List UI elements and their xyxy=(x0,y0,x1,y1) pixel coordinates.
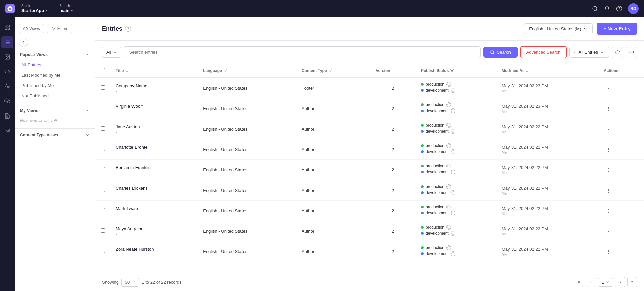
language-filter-icon[interactable] xyxy=(223,69,227,73)
development-info-icon[interactable]: ⓘ xyxy=(451,149,455,154)
row-language-cell: English - United States xyxy=(198,78,296,98)
settings-column-button[interactable] xyxy=(626,47,637,58)
entry-title[interactable]: Zora Neale Hurston xyxy=(116,247,192,252)
sidebar-item-published-by-me[interactable]: Published by Me xyxy=(16,80,94,91)
logo[interactable] xyxy=(5,4,15,13)
row-actions-button[interactable]: ⋮ xyxy=(604,206,613,215)
nav-upload-icon[interactable] xyxy=(1,95,13,107)
nav-publish-icon[interactable] xyxy=(1,80,13,92)
help-circle-icon[interactable]: ? xyxy=(125,26,131,32)
nav-entries-icon[interactable] xyxy=(1,36,13,48)
row-actions-button[interactable]: ⋮ xyxy=(604,145,613,154)
nav-settings-icon[interactable] xyxy=(1,125,13,137)
row-publish-status-cell: production ⓘ development ⓘ xyxy=(416,78,496,98)
entry-title[interactable]: Virginia Woolf xyxy=(116,104,192,109)
development-info-icon[interactable]: ⓘ xyxy=(451,211,455,215)
entry-title[interactable]: Jane Austen xyxy=(116,124,192,129)
row-checkbox[interactable] xyxy=(101,147,105,151)
current-page-select[interactable]: 1 xyxy=(598,278,613,287)
last-page-button[interactable]: » xyxy=(627,277,637,287)
row-actions-button[interactable]: ⋮ xyxy=(604,165,613,174)
entry-title[interactable]: Company Name xyxy=(116,83,192,88)
search-type-select[interactable]: All xyxy=(102,47,121,58)
row-checkbox[interactable] xyxy=(101,167,105,171)
modified-by: Me xyxy=(502,171,593,175)
development-info-icon[interactable]: ⓘ xyxy=(451,170,455,174)
entry-title[interactable]: Maya Angelou xyxy=(116,226,192,231)
user-avatar[interactable]: RD xyxy=(628,3,639,14)
title-sort-icon[interactable] xyxy=(125,69,129,73)
content-type-views-header[interactable]: Content Type Views xyxy=(15,130,95,140)
nav-content-types-icon[interactable] xyxy=(1,66,13,78)
nav-tasks-icon[interactable] xyxy=(1,110,13,122)
production-info-icon[interactable]: ⓘ xyxy=(446,184,451,189)
row-actions-button[interactable]: ⋮ xyxy=(604,247,613,256)
sidebar-item-all-entries[interactable]: All Entries xyxy=(16,60,94,70)
row-actions-button[interactable]: ⋮ xyxy=(604,124,613,134)
search-button[interactable]: Search xyxy=(483,47,517,58)
modified-sort-icon[interactable] xyxy=(525,69,529,73)
nav-dashboard-icon[interactable] xyxy=(1,21,13,33)
row-checkbox[interactable] xyxy=(101,126,105,131)
refresh-button[interactable] xyxy=(612,47,623,58)
search-icon[interactable] xyxy=(592,5,598,12)
row-checkbox[interactable] xyxy=(101,228,105,233)
popular-views-header[interactable]: Popular Views xyxy=(15,50,95,60)
content-type-filter-icon[interactable] xyxy=(328,69,332,73)
entry-title[interactable]: Mark Twain xyxy=(116,206,192,211)
new-entry-button[interactable]: + New Entry xyxy=(597,23,637,35)
nav-assets-icon[interactable] xyxy=(1,51,13,63)
my-views-header[interactable]: My Views xyxy=(15,105,95,116)
row-actions-button[interactable]: ⋮ xyxy=(604,186,613,195)
development-info-icon[interactable]: ⓘ xyxy=(451,108,455,113)
row-actions-button[interactable]: ⋮ xyxy=(604,226,613,236)
filters-button[interactable]: Filters xyxy=(47,24,73,33)
row-actions-button[interactable]: ⋮ xyxy=(604,83,613,93)
svg-point-14 xyxy=(6,56,7,56)
development-status-label: development xyxy=(426,231,449,236)
production-info-icon[interactable]: ⓘ xyxy=(446,143,451,148)
production-info-icon[interactable]: ⓘ xyxy=(446,225,451,230)
row-language-cell: English - United States xyxy=(198,201,296,221)
production-info-icon[interactable]: ⓘ xyxy=(446,102,451,107)
row-checkbox[interactable] xyxy=(101,208,105,212)
row-checkbox[interactable] xyxy=(101,106,105,110)
sidebar-item-last-modified[interactable]: Last Modified by Me xyxy=(16,70,94,80)
entry-title[interactable]: Charles Dickens xyxy=(116,186,192,191)
publish-status-filter-icon[interactable] xyxy=(450,69,454,73)
views-button[interactable]: Views xyxy=(19,24,44,33)
production-info-icon[interactable]: ⓘ xyxy=(446,164,451,168)
advanced-search-button[interactable]: Advanced Search xyxy=(520,46,567,58)
select-all-checkbox[interactable] xyxy=(101,68,105,72)
sidebar-item-not-published[interactable]: Not Published xyxy=(16,91,94,101)
row-publish-status-cell: production ⓘ development ⓘ xyxy=(416,139,496,160)
development-info-icon[interactable]: ⓘ xyxy=(451,190,455,195)
back-button[interactable] xyxy=(19,38,28,47)
entry-title[interactable]: Benjamin Franklin xyxy=(116,165,192,170)
development-info-icon[interactable]: ⓘ xyxy=(451,251,455,256)
development-info-icon[interactable]: ⓘ xyxy=(451,231,455,236)
row-checkbox[interactable] xyxy=(101,85,105,90)
type-filter-chevron-icon xyxy=(113,50,117,54)
production-info-icon[interactable]: ⓘ xyxy=(446,245,451,250)
next-page-button[interactable]: › xyxy=(615,277,625,287)
entry-title[interactable]: Charlotte Bronte xyxy=(116,145,192,150)
prev-page-button[interactable]: ‹ xyxy=(586,277,596,287)
branch-name[interactable]: main ▾ xyxy=(59,8,72,13)
development-info-icon[interactable]: ⓘ xyxy=(451,129,455,134)
notification-icon[interactable] xyxy=(604,5,610,12)
row-checkbox[interactable] xyxy=(101,188,105,192)
language-selector[interactable]: English - United States (M) xyxy=(524,23,593,34)
development-info-icon[interactable]: ⓘ xyxy=(451,88,455,93)
all-entries-filter-button[interactable]: ∞ All Entries xyxy=(569,47,609,58)
per-page-select[interactable]: 30 xyxy=(121,278,139,287)
search-input[interactable] xyxy=(124,46,481,58)
production-info-icon[interactable]: ⓘ xyxy=(446,205,451,209)
first-page-button[interactable]: « xyxy=(574,277,584,287)
production-info-icon[interactable]: ⓘ xyxy=(446,82,451,87)
production-info-icon[interactable]: ⓘ xyxy=(446,123,451,128)
help-icon[interactable] xyxy=(616,5,623,12)
stack-name[interactable]: StarterApp ▾ xyxy=(21,8,47,13)
row-checkbox[interactable] xyxy=(101,249,105,253)
row-actions-button[interactable]: ⋮ xyxy=(604,104,613,113)
